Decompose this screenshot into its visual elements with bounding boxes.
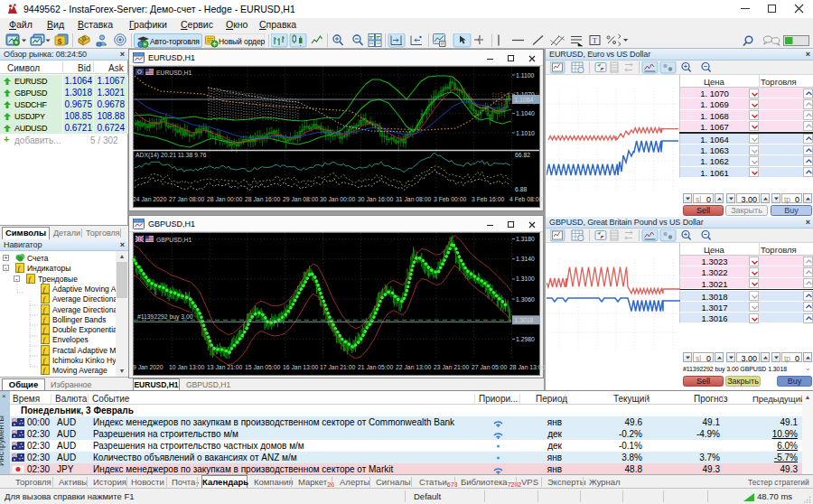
svg-text:22 Jan 13:00: 22 Jan 13:00 [396, 364, 432, 370]
svg-text:1.3018: 1.3018 [515, 317, 534, 323]
svg-text:#11392292 buy 3.00: #11392292 buy 3.00 [137, 313, 193, 321]
svg-text:13 Jan 21:00: 13 Jan 21:00 [207, 364, 243, 370]
svg-text:10 Jan 13:00: 10 Jan 13:00 [169, 364, 205, 370]
svg-text:1.3060: 1.3060 [516, 296, 535, 303]
svg-text:15 Jan 05:00: 15 Jan 05:00 [245, 364, 281, 370]
svg-text:23 Jan 21:00: 23 Jan 21:00 [434, 364, 470, 370]
svg-text:17 Jan 21:00: 17 Jan 21:00 [320, 364, 356, 370]
svg-text:GBPUSD,H1: GBPUSD,H1 [156, 237, 192, 243]
svg-text:21 Jan 05:00: 21 Jan 05:00 [358, 364, 394, 370]
svg-text:1.3140: 1.3140 [516, 256, 535, 262]
svg-text:1.3100: 1.3100 [516, 275, 535, 282]
svg-text:28 Jan 13:00: 28 Jan 13:00 [509, 364, 546, 370]
svg-text:9 Jan 2020: 9 Jan 2020 [133, 364, 164, 370]
svg-text:1.2980: 1.2980 [516, 336, 535, 342]
svg-text:1.3180: 1.3180 [516, 236, 535, 242]
svg-text:27 Jan 05:00: 27 Jan 05:00 [472, 364, 508, 370]
svg-text:16 Jan 13:00: 16 Jan 13:00 [283, 364, 319, 370]
